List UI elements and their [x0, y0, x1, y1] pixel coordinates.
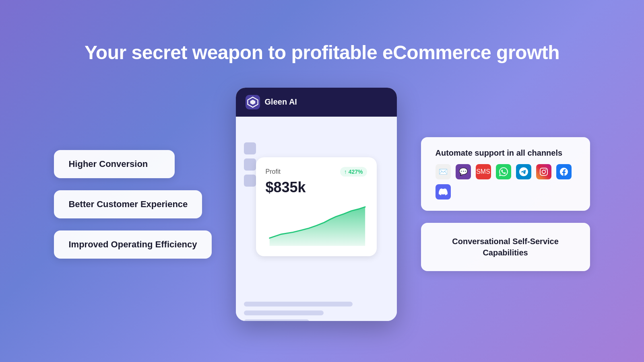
feature-card-higher-conversion: Higher Conversion	[54, 150, 175, 178]
left-cards-container: Higher Conversion Better Customer Experi…	[54, 150, 211, 259]
profit-chart	[266, 202, 367, 247]
phone-header: Gleen AI	[236, 88, 397, 117]
sms-channel-icon: SMS	[476, 164, 491, 179]
phone-mockup: Gleen AI Profit ↑ 427% $835k	[236, 88, 397, 321]
feature-card-better-customer: Better Customer Experience	[54, 190, 202, 218]
feature-label-better-customer: Better Customer Experience	[68, 199, 188, 209]
automate-support-card: Automate support in all channels ✉️ 💬 SM…	[421, 137, 590, 211]
channel-icons-container: ✉️ 💬 SMS	[436, 164, 576, 200]
email-channel-icon: ✉️	[436, 164, 451, 179]
feature-label-improved-efficiency: Improved Operating Efficiency	[68, 239, 197, 249]
skeleton-line	[244, 311, 324, 315]
self-service-card: Conversational Self-ServiceCapabilities	[421, 223, 590, 271]
feature-label-higher-conversion: Higher Conversion	[68, 159, 148, 169]
skeleton-bar	[244, 142, 256, 154]
whatsapp-channel-icon	[496, 164, 511, 179]
phone-body: Profit ↑ 427% $835k	[236, 117, 397, 321]
profit-amount: $835k	[266, 179, 367, 196]
skeleton-bar	[244, 158, 256, 171]
skeleton-line	[244, 302, 353, 306]
profit-badge: ↑ 427%	[340, 167, 367, 177]
self-service-title: Conversational Self-ServiceCapabilities	[452, 236, 559, 258]
skeleton-line	[244, 319, 309, 321]
automate-support-title: Automate support in all channels	[436, 148, 576, 158]
instagram-channel-icon	[536, 164, 551, 179]
page-title: Your secret weapon to profitable eCommer…	[85, 41, 559, 64]
facebook-channel-icon	[556, 164, 572, 179]
chat-channel-icon: 💬	[456, 164, 471, 179]
profit-card: Profit ↑ 427% $835k	[256, 157, 377, 256]
bottom-skeletons	[244, 302, 389, 321]
gleen-logo-icon	[246, 95, 260, 109]
feature-card-improved-efficiency: Improved Operating Efficiency	[54, 230, 211, 259]
right-cards-container: Automate support in all channels ✉️ 💬 SM…	[421, 137, 590, 271]
app-name: Gleen AI	[265, 97, 297, 107]
main-layout: Higher Conversion Better Customer Experi…	[40, 88, 604, 321]
profit-label: Profit	[266, 168, 281, 175]
discord-channel-icon	[436, 184, 451, 200]
profit-header: Profit ↑ 427%	[266, 167, 367, 177]
skeleton-bar	[244, 175, 256, 187]
telegram-channel-icon	[516, 164, 531, 179]
